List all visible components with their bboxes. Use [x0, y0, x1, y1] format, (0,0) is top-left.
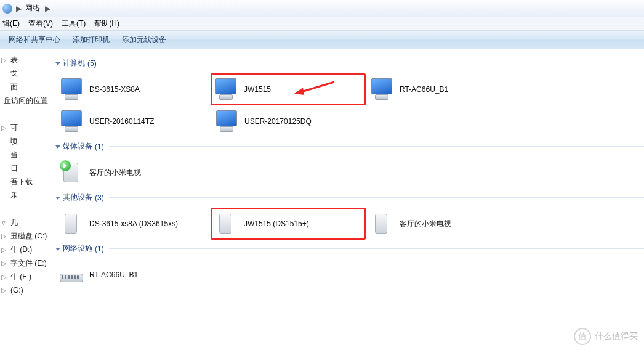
- group-header-computers[interactable]: 计算机 (5): [55, 58, 644, 68]
- address-bar[interactable]: ▶ 网络 ▶: [0, 0, 644, 17]
- group-title: 网络设施: [63, 243, 92, 254]
- sidebar-item[interactable]: 日: [0, 161, 50, 175]
- sidebar-item[interactable]: 当: [0, 148, 50, 161]
- main-area: ▷表 戈 面 丘访问的位置 ▷可 顷 当 日 吾下载 乐 ▿几 ▷丑磁盘 (C:…: [0, 49, 644, 350]
- computer-item[interactable]: USER-20160114TZ: [55, 105, 211, 137]
- item-label: 客厅的小米电视: [89, 168, 141, 178]
- device-icon: [369, 211, 393, 236]
- computer-item-jw1515[interactable]: JW1515: [211, 73, 366, 105]
- sidebar-item[interactable]: ▷牛 (D:): [0, 243, 50, 256]
- group-count: (1): [95, 142, 104, 151]
- computer-icon: [369, 77, 393, 102]
- chevron-down-icon: [55, 197, 60, 200]
- device-icon: [58, 211, 83, 236]
- sidebar-item: [0, 107, 50, 121]
- other-device-item-jw1515[interactable]: JW1515 (DS1515+): [211, 208, 366, 240]
- group-count: (1): [95, 245, 104, 253]
- menu-view[interactable]: 查看(V): [28, 18, 53, 29]
- item-label: 客厅的小米电视: [400, 219, 451, 229]
- divider: [109, 197, 644, 198]
- computer-icon: [58, 77, 83, 102]
- computer-item[interactable]: USER-20170125DQ: [211, 105, 366, 137]
- sidebar-item[interactable]: 顷: [0, 134, 50, 148]
- breadcrumb-separator: ▶: [16, 4, 22, 13]
- watermark: 值 什么值得买: [574, 328, 638, 345]
- watermark-text: 什么值得买: [595, 331, 638, 342]
- divider: [109, 248, 644, 249]
- media-item[interactable]: 客厅的小米电视: [55, 157, 211, 189]
- chevron-down-icon: [55, 248, 60, 251]
- sidebar-item[interactable]: ▿几: [0, 216, 50, 229]
- device-icon: [213, 211, 238, 236]
- sidebar-item[interactable]: 吾下载: [0, 175, 50, 189]
- menu-edit[interactable]: 辑(E): [2, 18, 20, 29]
- item-label: DS-3615-xs8A (DS3615xs): [89, 219, 178, 228]
- group-header-other[interactable]: 其他设备 (3): [55, 192, 644, 203]
- sidebar-item[interactable]: ▷表: [0, 53, 50, 67]
- item-label: USER-20160114TZ: [89, 117, 154, 126]
- group-count: (3): [95, 193, 104, 202]
- item-label: JW1515: [244, 85, 271, 94]
- group-title: 其他设备: [63, 192, 92, 203]
- media-device-icon: [58, 160, 83, 185]
- sidebar-item[interactable]: 乐: [0, 189, 50, 202]
- sidebar-item[interactable]: ▷(G:): [0, 283, 50, 297]
- computer-icon: [213, 77, 238, 102]
- group-header-network-infra[interactable]: 网络设施 (1): [55, 243, 644, 254]
- group-title: 计算机: [63, 58, 85, 68]
- item-label: DS-3615-XS8A: [89, 85, 140, 94]
- computer-icon: [58, 109, 83, 134]
- sidebar-item[interactable]: 戈: [0, 67, 50, 80]
- item-label: RT-AC66U_B1: [400, 85, 448, 94]
- sidebar-item[interactable]: 丘访问的位置: [0, 94, 50, 107]
- sidebar-item[interactable]: ▷字文件 (E:): [0, 256, 50, 270]
- other-device-item[interactable]: 客厅的小米电视: [366, 208, 521, 240]
- command-bar: 网络和共享中心 添加打印机 添加无线设备: [0, 31, 644, 49]
- cmd-network-center[interactable]: 网络和共享中心: [9, 35, 60, 45]
- cmd-add-printer[interactable]: 添加打印机: [73, 35, 110, 45]
- group-header-media[interactable]: 媒体设备 (1): [55, 141, 644, 152]
- sidebar-item: [0, 202, 50, 216]
- other-device-item[interactable]: DS-3615-xs8A (DS3615xs): [55, 208, 211, 240]
- divider: [102, 63, 644, 63]
- item-label: JW1515 (DS1515+): [244, 219, 309, 228]
- chevron-down-icon: [55, 62, 60, 65]
- item-label: RT-AC66U_B1: [89, 271, 138, 279]
- sidebar-item[interactable]: ▷丑磁盘 (C:): [0, 229, 50, 243]
- network-icon: [2, 4, 12, 14]
- computer-item[interactable]: DS-3615-XS8A: [55, 73, 211, 105]
- router-item[interactable]: RT-AC66U_B1: [55, 259, 211, 291]
- computer-icon: [214, 109, 238, 134]
- router-icon: [58, 262, 83, 287]
- sidebar: ▷表 戈 面 丘访问的位置 ▷可 顷 当 日 吾下载 乐 ▿几 ▷丑磁盘 (C:…: [0, 49, 50, 350]
- breadcrumb-dropdown-icon[interactable]: ▶: [45, 4, 50, 13]
- cmd-add-wireless[interactable]: 添加无线设备: [122, 35, 166, 45]
- item-label: USER-20170125DQ: [244, 117, 312, 126]
- content-pane: 计算机 (5) DS-3615-XS8A JW1515 RT-AC66U_B1 …: [50, 49, 644, 350]
- group-count: (5): [87, 59, 97, 68]
- sidebar-item[interactable]: ▷可: [0, 121, 50, 134]
- computer-item[interactable]: RT-AC66U_B1: [366, 73, 521, 105]
- menu-tools[interactable]: 工具(T): [62, 18, 86, 29]
- sidebar-item[interactable]: ▷牛 (F:): [0, 270, 50, 283]
- menu-help[interactable]: 帮助(H): [94, 18, 119, 29]
- divider: [109, 146, 644, 147]
- chevron-down-icon: [55, 145, 60, 149]
- breadcrumb-location[interactable]: 网络: [25, 3, 40, 14]
- watermark-badge: 值: [574, 328, 591, 345]
- sidebar-item[interactable]: 面: [0, 80, 50, 94]
- group-title: 媒体设备: [63, 141, 92, 152]
- menu-bar: 辑(E) 查看(V) 工具(T) 帮助(H): [0, 17, 644, 31]
